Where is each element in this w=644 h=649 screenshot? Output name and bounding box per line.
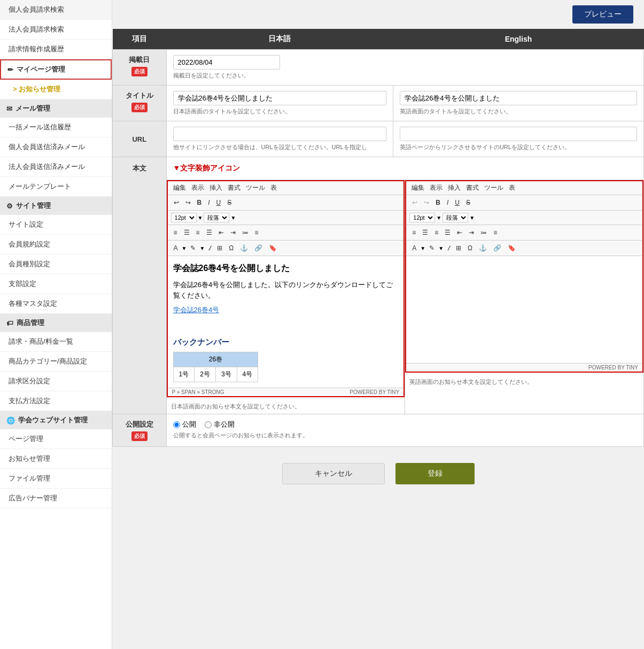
sidebar-item-page-management[interactable]: ページ管理 bbox=[0, 429, 112, 449]
align-justify-ja[interactable]: ☰ bbox=[204, 227, 215, 238]
align-left-ja[interactable]: ≡ bbox=[171, 227, 180, 238]
italic-btn-ja[interactable]: I bbox=[205, 197, 212, 208]
sidebar-section-product: 🏷 商品管理 bbox=[0, 314, 112, 332]
redo-btn-en[interactable]: ↪ bbox=[421, 197, 432, 208]
sidebar-item-file-management[interactable]: ファイル管理 bbox=[0, 469, 112, 489]
sidebar-item-branch[interactable]: 支部設定 bbox=[0, 274, 112, 294]
align-center-ja[interactable]: ☰ bbox=[181, 227, 192, 238]
indent-more-en[interactable]: ⇥ bbox=[466, 227, 477, 238]
sidebar-item-payment-method[interactable]: 支払方法設定 bbox=[0, 391, 112, 411]
url-en-input[interactable] bbox=[400, 127, 637, 141]
table-insert-ja[interactable]: ⊞ bbox=[214, 243, 225, 253]
sidebar-item-billing-product[interactable]: 請求・商品/料金一覧 bbox=[0, 332, 112, 352]
link-ja[interactable]: 🔗 bbox=[252, 243, 265, 253]
undo-btn-en[interactable]: ↩ bbox=[409, 197, 420, 208]
anchor-ja[interactable]: ⚓ bbox=[237, 243, 251, 253]
sidebar-item-membership-agreement[interactable]: 会員規約設定 bbox=[0, 235, 112, 254]
menu-format-ja[interactable]: 書式 bbox=[226, 183, 243, 193]
register-button[interactable]: 登録 bbox=[395, 463, 475, 484]
sidebar-item-product-category[interactable]: 商品カテゴリー/商品設定 bbox=[0, 352, 112, 372]
menu-insert-ja[interactable]: 挿入 bbox=[207, 183, 224, 193]
menu-table-ja[interactable]: 表 bbox=[268, 183, 279, 193]
font-color-ja[interactable]: A bbox=[171, 243, 181, 253]
align-center-en[interactable]: ☰ bbox=[420, 227, 431, 238]
highlight-en[interactable]: ✎ bbox=[426, 243, 437, 253]
sidebar-item-corporate-member-search[interactable]: 法人会員請求検索 bbox=[0, 20, 112, 40]
anchor-en[interactable]: ⚓ bbox=[476, 243, 490, 253]
undo-btn-ja[interactable]: ↩ bbox=[171, 197, 182, 208]
highlight-ja[interactable]: ✎ bbox=[188, 243, 198, 253]
body-editors-cell: ▼文字装飾アイコン 編集 表示 挿入 書式 bbox=[166, 157, 643, 414]
paragraph-select-ja[interactable]: 段落 bbox=[204, 213, 229, 222]
sidebar-item-mail-template[interactable]: メールテンプレート bbox=[0, 177, 112, 197]
menu-edit-en[interactable]: 編集 bbox=[409, 183, 426, 193]
bold-btn-en[interactable]: B bbox=[433, 197, 443, 208]
title-ja-cell: 日本語画面のタイトルを設定してください。 bbox=[166, 86, 393, 121]
font-color-en[interactable]: A bbox=[409, 243, 419, 253]
underline-btn-en[interactable]: U bbox=[452, 197, 462, 208]
body-en-hint: 英語画面のお知らせ本文を設定してください。 bbox=[405, 375, 643, 389]
strikethrough-btn-ja[interactable]: S bbox=[224, 197, 234, 208]
align-justify-en[interactable]: ☰ bbox=[442, 227, 453, 238]
fontsize-select-ja[interactable]: 12pt bbox=[171, 213, 197, 222]
indent-more-ja[interactable]: ⇥ bbox=[228, 227, 238, 238]
italic-btn-en[interactable]: I bbox=[444, 197, 451, 208]
sidebar-item-billing-history[interactable]: 請求情報作成履歴 bbox=[0, 40, 112, 59]
publish-radio-private[interactable] bbox=[205, 421, 212, 428]
align-right-ja[interactable]: ≡ bbox=[193, 227, 203, 238]
sidebar-item-site-settings[interactable]: サイト設定 bbox=[0, 215, 112, 235]
date-input[interactable] bbox=[173, 55, 280, 69]
cancel-button[interactable]: キャンセル bbox=[282, 463, 385, 484]
menu-edit-ja[interactable]: 編集 bbox=[171, 183, 188, 193]
sidebar-item-ad-banner[interactable]: 広告バナー管理 bbox=[0, 489, 112, 508]
indent-less-en[interactable]: ⇤ bbox=[454, 227, 465, 238]
title-en-input[interactable] bbox=[400, 91, 637, 105]
sidebar-item-bulk-mail[interactable]: 一括メール送信履歴 bbox=[0, 118, 112, 137]
link-en[interactable]: 🔗 bbox=[491, 243, 504, 253]
list-ordered-en[interactable]: ≔ bbox=[478, 227, 490, 238]
align-right-en[interactable]: ≡ bbox=[432, 227, 441, 238]
list-unordered-ja[interactable]: ≡ bbox=[252, 227, 261, 238]
menu-table-en[interactable]: 表 bbox=[507, 183, 517, 193]
publish-option-private[interactable]: 非公開 bbox=[205, 420, 235, 429]
sidebar-item-member-type[interactable]: 会員種別設定 bbox=[0, 254, 112, 274]
preview-button[interactable]: プレビュー bbox=[572, 5, 633, 24]
special-char-ja[interactable]: Ω bbox=[226, 243, 236, 253]
url-ja-input[interactable] bbox=[173, 127, 386, 141]
strikethrough-btn-en[interactable]: S bbox=[463, 197, 473, 208]
sidebar-item-corporate-sent[interactable]: 法人会員送信済みメール bbox=[0, 157, 112, 177]
sidebar-item-notice-management[interactable]: > お知らせ管理 bbox=[0, 80, 112, 99]
editor-en-content[interactable] bbox=[406, 256, 642, 363]
menu-view-en[interactable]: 表示 bbox=[428, 183, 445, 193]
menu-tools-en[interactable]: ツール bbox=[482, 183, 506, 193]
list-ordered-ja[interactable]: ≔ bbox=[239, 227, 251, 238]
menu-tools-ja[interactable]: ツール bbox=[244, 183, 267, 193]
menu-insert-en[interactable]: 挿入 bbox=[446, 183, 463, 193]
sidebar-item-master[interactable]: 各種マスタ設定 bbox=[0, 294, 112, 314]
publish-option-public[interactable]: 公開 bbox=[173, 420, 196, 429]
sidebar-item-notice-mgmt[interactable]: お知らせ管理 bbox=[0, 449, 112, 469]
menu-format-en[interactable]: 書式 bbox=[464, 183, 481, 193]
list-unordered-en[interactable]: ≡ bbox=[491, 227, 500, 238]
table-insert-en[interactable]: ⊞ bbox=[453, 243, 464, 253]
align-left-en[interactable]: ≡ bbox=[409, 227, 418, 238]
bold-btn-ja[interactable]: B bbox=[195, 197, 205, 208]
editor-ja-content[interactable]: 学会誌26巻4号を公開しました 学会誌26巻4号を公開しました。以下のリンクから… bbox=[168, 256, 404, 388]
redo-btn-ja[interactable]: ↪ bbox=[183, 197, 193, 208]
indent-less-ja[interactable]: ⇤ bbox=[216, 227, 227, 238]
fontsize-select-en[interactable]: 12pt bbox=[409, 213, 435, 222]
sidebar-item-individual-member-search[interactable]: 個人会員請求検索 bbox=[0, 0, 112, 20]
sidebar-item-individual-sent[interactable]: 個人会員送信済みメール bbox=[0, 137, 112, 157]
publish-radio-public[interactable] bbox=[173, 421, 180, 428]
menu-view-ja[interactable]: 表示 bbox=[189, 183, 206, 193]
underline-btn-ja[interactable]: U bbox=[214, 197, 224, 208]
sidebar-item-billing-category[interactable]: 請求区分設定 bbox=[0, 372, 112, 391]
special-char-en[interactable]: Ω bbox=[465, 243, 475, 253]
paragraph-select-en[interactable]: 段落 bbox=[443, 213, 468, 222]
bookmark-ja[interactable]: 🔖 bbox=[266, 243, 280, 253]
clear-format-en[interactable]: 𝐼 bbox=[445, 243, 452, 253]
bookmark-en[interactable]: 🔖 bbox=[505, 243, 518, 253]
sidebar-section-mypage[interactable]: ✏ マイページ管理 bbox=[0, 59, 112, 80]
clear-format-ja[interactable]: 𝐼 bbox=[206, 243, 213, 253]
title-ja-input[interactable] bbox=[173, 91, 386, 105]
